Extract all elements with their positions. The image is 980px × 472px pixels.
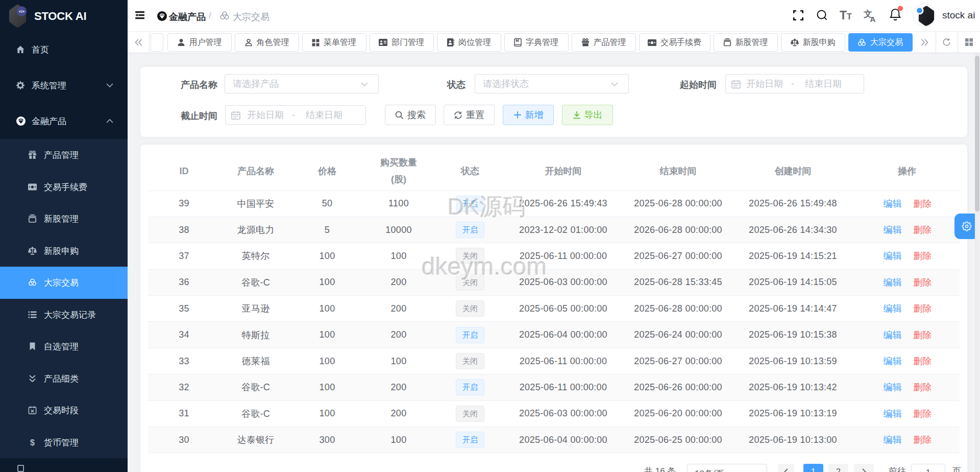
svg-text:$: $ xyxy=(30,438,35,446)
svg-text:A: A xyxy=(870,15,876,22)
svg-text:</>: </> xyxy=(19,9,25,14)
